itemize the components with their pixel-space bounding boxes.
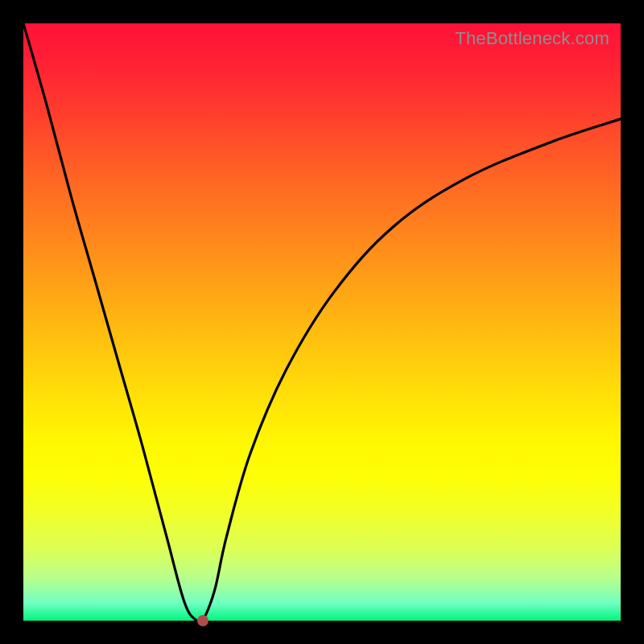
plot-area: TheBottleneck.com bbox=[23, 23, 621, 621]
chart-frame: TheBottleneck.com bbox=[0, 0, 644, 644]
minimum-marker bbox=[197, 615, 208, 626]
bottleneck-curve bbox=[23, 23, 621, 621]
curve-path bbox=[23, 23, 621, 621]
